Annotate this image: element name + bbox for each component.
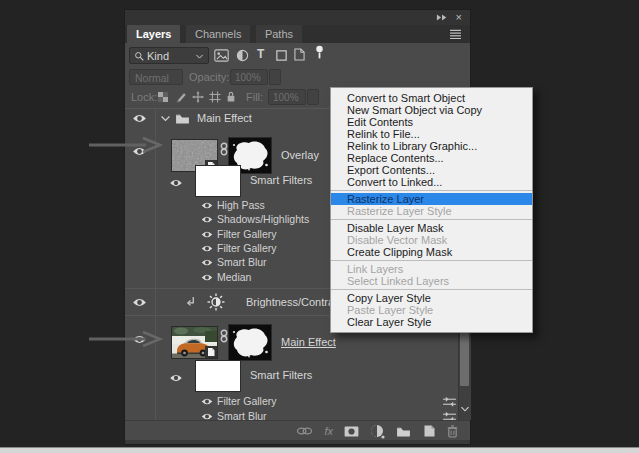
menu-separator	[331, 260, 532, 261]
filter-mask-thumbnail[interactable]	[196, 361, 240, 391]
visibility-eye-icon[interactable]	[201, 230, 213, 239]
menu-item-rasterize-layer[interactable]: Rasterize Layer	[331, 193, 532, 205]
fill-value: 100%	[273, 92, 299, 103]
menu-item-create-clipping-mask[interactable]: Create Clipping Mask	[331, 246, 532, 258]
opacity-field[interactable]: 100%	[230, 69, 268, 85]
fill-label: Fill:	[246, 91, 263, 103]
filter-item-label[interactable]: Filter Gallery	[217, 242, 277, 254]
visibility-eye-icon[interactable]	[201, 397, 213, 406]
filter-kind-dropdown[interactable]: Kind	[129, 47, 209, 64]
smart-filters-label: Smart Filters	[250, 369, 312, 381]
close-panel-icon[interactable]: ×	[456, 12, 462, 22]
mask-link-icon[interactable]	[220, 142, 228, 156]
add-layer-mask-icon[interactable]	[344, 426, 359, 437]
layer-context-menu: Convert to Smart Object New Smart Object…	[330, 87, 533, 333]
panel-footer-strip	[125, 440, 470, 444]
filtering-toggle-icon[interactable]	[315, 45, 324, 60]
lock-image-icon[interactable]	[175, 91, 187, 103]
filter-item-label[interactable]: Filter Gallery	[217, 395, 277, 407]
layer-style-fx-icon[interactable]: fx	[324, 425, 333, 437]
filter-adjustment-layers-icon[interactable]	[236, 49, 249, 62]
visibility-eye-icon[interactable]	[201, 273, 213, 282]
group-name[interactable]: Main Effect	[197, 112, 252, 124]
filter-item-label[interactable]: Shadows/Highlights	[217, 213, 309, 225]
tab-paths[interactable]: Paths	[256, 25, 302, 43]
layer-name[interactable]: Main Effect	[281, 336, 336, 348]
tab-layers[interactable]: Layers	[127, 25, 180, 43]
layer-mask-thumbnail[interactable]	[229, 325, 271, 360]
adjustment-layer-name[interactable]: Brightness/Contrast	[246, 296, 343, 308]
menu-item-convert-to-linked[interactable]: Convert to Linked...	[331, 176, 532, 188]
group-expand-chevron-icon[interactable]	[160, 115, 171, 122]
lock-all-icon[interactable]	[226, 90, 236, 103]
lock-position-icon[interactable]	[192, 91, 204, 103]
menu-item-select-linked-layers: Select Linked Layers	[331, 275, 532, 287]
menu-item-relink-to-file[interactable]: Relink to File...	[331, 128, 532, 140]
menu-item-copy-layer-style[interactable]: Copy Layer Style	[331, 292, 532, 304]
menu-item-rasterize-layer-style: Rasterize Layer Style	[331, 205, 532, 217]
filter-kind-value: Kind	[147, 50, 169, 62]
filter-blending-options-icon[interactable]	[443, 396, 456, 407]
lock-artboard-icon[interactable]	[209, 91, 221, 103]
visibility-eye-icon[interactable]	[201, 244, 213, 253]
mask-link-icon[interactable]	[220, 329, 228, 343]
menu-separator	[331, 219, 532, 220]
delete-layer-trash-icon[interactable]	[447, 425, 458, 438]
filter-shape-layers-icon[interactable]	[275, 49, 288, 62]
visibility-eye-icon[interactable]	[201, 201, 213, 210]
brightness-contrast-icon[interactable]	[207, 293, 225, 311]
menu-item-paste-layer-style: Paste Layer Style	[331, 304, 532, 316]
visibility-eye-icon[interactable]	[132, 113, 147, 124]
panel-tab-bar: Layers Channels Paths	[125, 25, 470, 43]
blend-mode-dropdown[interactable]: Normal	[129, 69, 183, 85]
menu-item-export-contents[interactable]: Export Contents...	[331, 164, 532, 176]
menu-item-clear-layer-style[interactable]: Clear Layer Style	[331, 316, 532, 328]
filter-item-label[interactable]: Smart Blur	[217, 256, 267, 268]
filter-pixel-layers-icon[interactable]	[214, 49, 229, 62]
tab-channels[interactable]: Channels	[186, 25, 250, 43]
filter-item-label[interactable]: Median	[217, 271, 251, 283]
fill-field[interactable]: 100%	[268, 89, 306, 105]
collapse-panel-icon[interactable]	[436, 14, 448, 21]
filter-item-label[interactable]: Filter Gallery	[217, 228, 277, 240]
page-bottom-strip	[0, 447, 639, 453]
menu-item-edit-contents[interactable]: Edit Contents	[331, 116, 532, 128]
lock-transparency-icon[interactable]	[158, 92, 168, 102]
new-group-folder-icon[interactable]	[396, 426, 411, 437]
filter-item-row[interactable]: Filter Gallery	[125, 394, 458, 408]
filter-mask-thumbnail[interactable]	[196, 166, 240, 196]
new-adjustment-layer-icon[interactable]	[370, 424, 385, 439]
scrollbar-down-chevron-icon[interactable]	[460, 406, 470, 412]
menu-item-link-layers: Link Layers	[331, 263, 532, 275]
blend-row: Normal Opacity: 100%	[125, 67, 470, 88]
smart-filters-row[interactable]: Smart Filters	[125, 359, 458, 393]
filter-type-layers-icon[interactable]: T	[257, 47, 264, 61]
menu-separator	[331, 190, 532, 191]
menu-item-convert-to-smart-object[interactable]: Convert to Smart Object	[331, 92, 532, 104]
chevron-down-icon	[195, 54, 204, 59]
menu-item-new-smart-object-via-copy[interactable]: New Smart Object via Copy	[331, 104, 532, 116]
menu-item-replace-contents[interactable]: Replace Contents...	[331, 152, 532, 164]
layer-name[interactable]: Overlay	[281, 149, 319, 161]
annotation-arrow-overlay-layer	[88, 136, 164, 154]
panel-title-bar: ×	[125, 10, 470, 25]
annotation-arrow-main-effect-layer	[88, 330, 164, 348]
menu-item-relink-to-library-graphic[interactable]: Relink to Library Graphic...	[331, 140, 532, 152]
visibility-eye-icon[interactable]	[201, 215, 213, 224]
visibility-eye-icon[interactable]	[169, 373, 183, 383]
opacity-value: 100%	[235, 72, 261, 83]
visibility-eye-icon[interactable]	[201, 258, 213, 267]
visibility-eye-icon[interactable]	[132, 297, 147, 308]
filter-item-label[interactable]: High Pass	[217, 199, 265, 211]
screenshot-stage: × Layers Channels Paths Kind T	[0, 0, 639, 453]
visibility-eye-icon[interactable]	[169, 178, 183, 188]
menu-item-disable-layer-mask[interactable]: Disable Layer Mask	[331, 222, 532, 234]
panel-menu-icon[interactable]	[449, 29, 462, 39]
new-layer-icon[interactable]	[422, 424, 436, 438]
blend-mode-value: Normal	[135, 72, 169, 84]
link-layers-icon[interactable]	[296, 426, 313, 436]
filter-smart-objects-icon[interactable]	[294, 48, 305, 61]
fill-dropdown-button[interactable]	[307, 89, 319, 105]
smart-filters-label: Smart Filters	[250, 174, 312, 186]
opacity-dropdown-button[interactable]	[269, 69, 281, 85]
